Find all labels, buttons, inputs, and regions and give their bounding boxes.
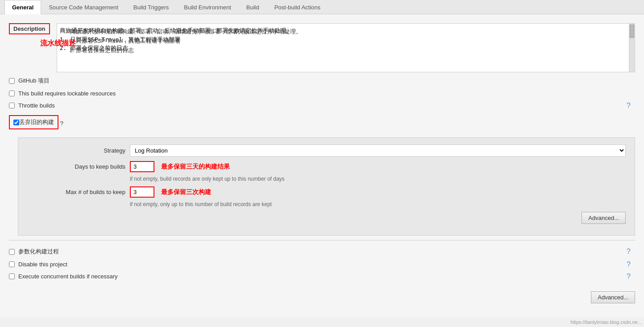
parameterize-checkbox[interactable] (9, 249, 15, 255)
strategy-select[interactable]: Log Rotation (130, 145, 626, 157)
github-project-label[interactable]: GitHub 项目 (18, 77, 50, 85)
disable-help-icon[interactable]: ? (627, 261, 631, 269)
bottom-advanced-row: Advanced... (9, 291, 635, 308)
pipeline-annotation: 流水线描述 (40, 39, 76, 48)
throttle-builds-checkbox[interactable] (9, 103, 15, 108)
lockable-resources-row: This build requires lockable resources (9, 87, 635, 99)
max-input[interactable]: 3 (130, 186, 154, 198)
concurrent-help-icon[interactable]: ? (627, 273, 631, 281)
advanced-btn-row: Advanced... (27, 212, 626, 224)
tab-post-build[interactable]: Post-build Actions (267, 0, 328, 14)
discard-builds-highlighted: 丢弃旧的构建 (9, 115, 58, 129)
max-hint: if not empty, only up to this number of … (130, 201, 626, 207)
lockable-resources-checkbox[interactable] (9, 91, 15, 96)
discard-builds-label[interactable]: 丢弃旧的构建 (19, 118, 54, 126)
bottom-advanced-button[interactable]: Advanced... (591, 291, 635, 303)
max-builds-row: Max # of builds to keep 3 最多保留三次构建 (27, 186, 626, 198)
bottom-checkboxes: 参数化构建过程 ? Disable this project ? Execute… (9, 245, 635, 282)
advanced-button[interactable]: Advanced... (582, 212, 626, 224)
max-label: Max # of builds to keep (27, 189, 125, 195)
concurrent-builds-label[interactable]: Execute concurrent builds if necessary (18, 273, 118, 280)
throttle-help-icon[interactable]: ? (627, 102, 631, 110)
disable-project-row: Disable this project ? (9, 258, 635, 270)
throttle-builds-label[interactable]: Throttle builds (18, 102, 55, 109)
disable-project-label[interactable]: Disable this project (18, 261, 67, 268)
tab-bar: General Source Code Management Build Tri… (0, 0, 644, 14)
description-label: Description (9, 23, 50, 34)
tab-source-code[interactable]: Source Code Management (41, 0, 125, 14)
strategy-row: Strategy Log Rotation (27, 145, 626, 157)
description-textarea[interactable] (57, 23, 635, 72)
max-annotation: 最多保留三次构建 (161, 188, 211, 196)
github-project-row: GitHub 项目 (9, 74, 635, 87)
lockable-resources-label[interactable]: This build requires lockable resources (18, 90, 116, 97)
discard-builds-row: 丢弃旧的构建 ? (9, 112, 635, 133)
days-label: Days to keep builds (27, 163, 125, 170)
days-annotation: 最多保留三天的构建结果 (161, 163, 230, 171)
description-section: Description (9, 23, 635, 74)
discard-help-icon[interactable]: ? (60, 120, 63, 127)
parameterize-label[interactable]: 参数化构建过程 (18, 248, 59, 256)
tab-build-environment[interactable]: Build Environment (176, 0, 239, 14)
concurrent-builds-checkbox[interactable] (9, 273, 15, 279)
main-content: Description 流水线描述 商旅通开发环境自动构建、部署、启动。后续避免… (0, 14, 644, 318)
discard-builds-checkbox[interactable] (13, 120, 19, 125)
scrollbar[interactable] (629, 23, 635, 72)
throttle-builds-row: Throttle builds ? (9, 99, 635, 112)
strategy-label: Strategy (27, 147, 125, 154)
tab-build[interactable]: Build (239, 0, 267, 14)
concurrent-builds-row: Execute concurrent builds if necessary ? (9, 270, 635, 282)
days-hint: if not empty, build records are only kep… (130, 176, 626, 182)
days-input[interactable]: 3 (130, 161, 154, 172)
github-project-checkbox[interactable] (9, 78, 15, 84)
parameterize-help-icon[interactable]: ? (627, 248, 631, 256)
disable-project-checkbox[interactable] (9, 261, 15, 267)
parameterize-row: 参数化构建过程 ? (9, 245, 635, 258)
tab-build-triggers[interactable]: Build Triggers (126, 0, 176, 14)
divider (9, 240, 635, 240)
scrollbar-thumb[interactable] (630, 25, 634, 38)
tab-general[interactable]: General (4, 0, 41, 14)
days-to-keep-row: Days to keep builds 3 最多保留三天的构建结果 (27, 161, 626, 172)
strategy-section: Strategy Log Rotation Days to keep build… (18, 137, 635, 236)
